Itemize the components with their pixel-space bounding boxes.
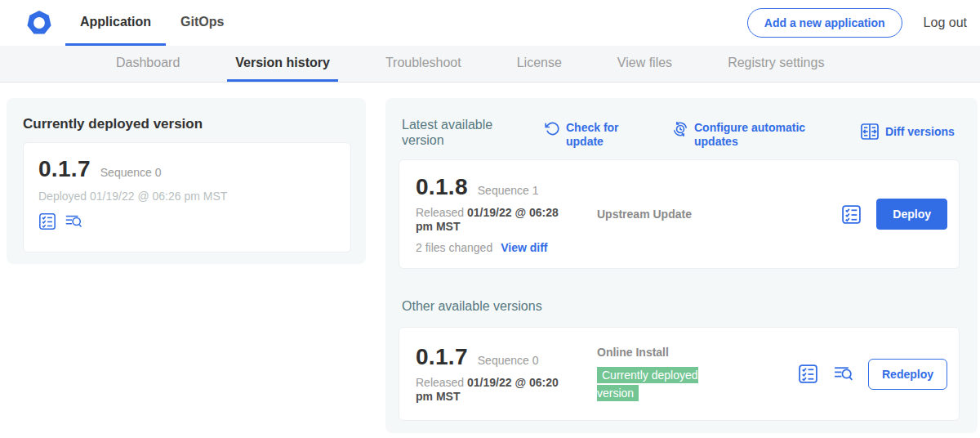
deploy-button[interactable]: Deploy	[876, 199, 947, 230]
released-label: Released	[416, 376, 464, 389]
currently-deployed-title: Currently deployed version	[23, 116, 350, 132]
latest-sequence: Sequence 1	[478, 184, 539, 197]
check-for-update-link[interactable]: Check for update	[545, 121, 625, 149]
tab-application[interactable]: Application	[65, 0, 166, 46]
schedule-update-icon	[672, 121, 688, 149]
refresh-icon	[545, 121, 560, 149]
check-for-update-label: Check for update	[566, 121, 625, 149]
header-right: Add a new application Log out	[747, 0, 967, 46]
available-versions-panel: Latest available version Check for updat…	[385, 98, 978, 433]
other-source-label: Online Install	[597, 346, 798, 359]
config-checklist-icon[interactable]	[798, 364, 818, 384]
heptagon-logo-icon	[24, 8, 54, 38]
view-diff-link[interactable]: View diff	[501, 241, 547, 254]
deployed-version-number: 0.1.7	[38, 156, 91, 182]
header-tabs: Application GitOps	[65, 0, 238, 46]
diff-versions-label: Diff versions	[885, 125, 955, 139]
other-version-number: 0.1.7	[416, 344, 468, 370]
subnav-item-registry-settings[interactable]: Registry settings	[719, 46, 832, 82]
subnav-item-version-history[interactable]: Version history	[227, 46, 338, 82]
kots-logo	[24, 0, 54, 46]
latest-source-label: Upstream Update	[597, 208, 841, 221]
config-checklist-icon[interactable]	[38, 212, 56, 230]
deployed-version-card: 0.1.7 Sequence 0 Deployed 01/19/22 @ 06:…	[23, 142, 351, 253]
add-application-button[interactable]: Add a new application	[747, 8, 902, 38]
latest-available-title: Latest available version	[402, 117, 524, 148]
deployed-sequence: Sequence 0	[100, 166, 162, 179]
redeploy-button[interactable]: Redeploy	[868, 359, 947, 390]
currently-deployed-panel: Currently deployed version 0.1.7 Sequenc…	[7, 98, 366, 264]
latest-version-card: 0.1.8 Sequence 1 Released 01/19/22 @ 06:…	[399, 159, 960, 269]
configure-automatic-updates-label: Configure automatic updates	[694, 121, 817, 149]
tab-application-label: Application	[80, 15, 151, 29]
app-subnav: Dashboard Version history Troubleshoot L…	[0, 46, 980, 83]
subnav-item-troubleshoot[interactable]: Troubleshoot	[377, 46, 470, 82]
logout-link[interactable]: Log out	[924, 16, 967, 30]
release-notes-search-icon[interactable]	[65, 212, 82, 230]
other-sequence: Sequence 0	[478, 354, 539, 367]
tab-gitops-label: GitOps	[180, 15, 224, 29]
subnav-item-license[interactable]: License	[509, 46, 570, 82]
subnav-item-view-files[interactable]: View files	[609, 46, 680, 82]
configure-automatic-updates-link[interactable]: Configure automatic updates	[672, 121, 817, 149]
latest-released-date: Released 01/19/22 @ 06:28 pm MST	[416, 206, 576, 234]
other-released-date: Released 01/19/22 @ 06:20 pm MST	[416, 376, 576, 404]
released-label: Released	[416, 206, 464, 219]
main-content: Currently deployed version 0.1.7 Sequenc…	[0, 83, 980, 438]
diff-icon	[860, 122, 880, 141]
other-version-card: 0.1.7 Sequence 0 Released 01/19/22 @ 06:…	[399, 327, 960, 421]
other-available-versions-title: Other available versions	[402, 299, 542, 314]
files-changed-text: 2 files changed	[416, 241, 492, 254]
diff-versions-link[interactable]: Diff versions	[860, 122, 955, 141]
currently-deployed-badge: Currently deployed version	[597, 367, 698, 401]
latest-version-number: 0.1.8	[416, 174, 468, 200]
release-notes-search-icon[interactable]	[833, 364, 853, 384]
app-header: Application GitOps Add a new application…	[0, 0, 980, 46]
deployed-date: Deployed 01/19/22 @ 06:26 pm MST	[38, 190, 336, 203]
tab-gitops[interactable]: GitOps	[166, 0, 238, 46]
config-checklist-icon[interactable]	[841, 204, 862, 225]
subnav-item-dashboard[interactable]: Dashboard	[108, 46, 188, 82]
